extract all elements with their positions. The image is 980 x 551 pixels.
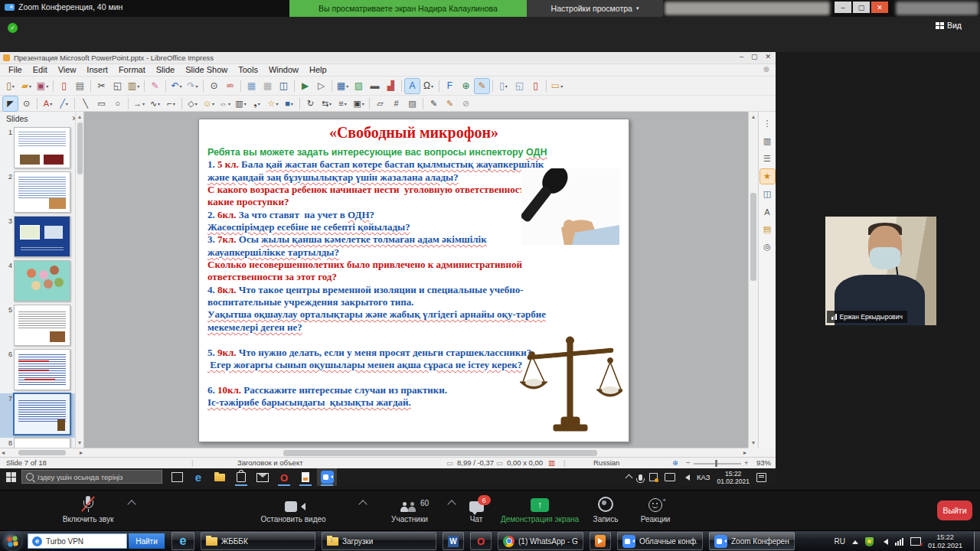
- menu-file[interactable]: File: [3, 65, 28, 74]
- menu-insert[interactable]: Insert: [81, 65, 113, 74]
- insert-line-icon[interactable]: ╲: [78, 96, 93, 111]
- undo-icon[interactable]: ↶▾: [169, 79, 184, 93]
- properties-icon[interactable]: ▥: [760, 134, 775, 148]
- scrollbar-thumb[interactable]: [77, 122, 83, 174]
- export-pdf-icon[interactable]: ▯: [57, 79, 71, 93]
- tray-volume-icon[interactable]: [682, 474, 690, 481]
- turbo-vpn-search[interactable]: e Turbo VPN: [28, 533, 127, 549]
- insert-image-icon[interactable]: ▨: [351, 79, 366, 93]
- master-slides-icon[interactable]: ◫: [760, 187, 775, 201]
- store-icon[interactable]: [231, 468, 251, 486]
- zoom-slider[interactable]: [694, 463, 741, 465]
- copy-icon[interactable]: ◱: [110, 79, 125, 93]
- panel-horizontal-scrollbar[interactable]: ◂▸: [0, 448, 84, 457]
- snap-guides-icon[interactable]: ▦: [260, 79, 275, 93]
- show-desktop-button[interactable]: [974, 532, 980, 551]
- media-player-button[interactable]: [590, 532, 611, 550]
- menu-slide[interactable]: Slide: [151, 65, 180, 74]
- sidebar-settings-icon[interactable]: ⋮: [760, 116, 775, 131]
- thumbnail-image[interactable]: [14, 305, 70, 346]
- tray-display-icon[interactable]: [665, 473, 675, 481]
- line-color-icon[interactable]: ╱▾: [57, 96, 71, 111]
- slide-thumbnail-6[interactable]: 6: [0, 349, 75, 393]
- zoom-out-control[interactable]: −: [686, 458, 691, 467]
- impress-taskbar-icon[interactable]: [296, 468, 315, 486]
- vertical-scrollbar[interactable]: ▴ ▾: [748, 112, 758, 448]
- 3d-objects-icon[interactable]: ■▾: [282, 96, 296, 111]
- paste-icon[interactable]: ▥▾: [126, 79, 141, 93]
- spelling-icon[interactable]: ab: [223, 79, 237, 93]
- impress-title-bar[interactable]: Презентация Microsoft PowerPoint.pptx - …: [0, 52, 776, 64]
- task-view-button[interactable]: [167, 468, 187, 486]
- speaker-video-tile[interactable]: Ержан Еркыдырович: [825, 217, 936, 325]
- glue-points-icon[interactable]: ✎: [443, 96, 457, 111]
- scrollbar-thumb[interactable]: [750, 193, 756, 281]
- impress-maximize-button[interactable]: ▢: [751, 53, 758, 60]
- unmute-button[interactable]: Включить звук: [46, 496, 130, 523]
- thumbnail-image[interactable]: [14, 127, 70, 168]
- reactions-button[interactable]: + Реакции: [613, 496, 697, 523]
- lines-arrows-icon[interactable]: →▾: [132, 96, 146, 111]
- slide[interactable]: «Свободный микрофон» Ребята вы можете за…: [198, 119, 629, 442]
- close-button[interactable]: ✕: [871, 2, 888, 13]
- save-icon[interactable]: ▣▾: [35, 79, 50, 93]
- styles-icon[interactable]: A: [760, 204, 775, 219]
- security-shield-icon[interactable]: ✓: [8, 23, 18, 33]
- slide-thumbnail-2[interactable]: 2: [0, 171, 75, 216]
- minimize-button[interactable]: –: [835, 2, 851, 13]
- animation-icon[interactable]: ★: [760, 169, 775, 184]
- internet-explorer-button[interactable]: e: [172, 532, 194, 550]
- slide-thumbnail-1[interactable]: 1: [0, 127, 75, 171]
- zoom-meeting-button[interactable]: Zoom Конферен...: [709, 532, 795, 550]
- host-clock[interactable]: 15:2201.02.2021: [928, 533, 962, 550]
- maximize-button[interactable]: ▢: [853, 2, 870, 13]
- scrollbar-thumb[interactable]: [18, 450, 66, 455]
- word-button[interactable]: W: [443, 532, 464, 550]
- menu-window[interactable]: Window: [263, 65, 304, 74]
- new-icon[interactable]: ▯▾: [3, 79, 18, 93]
- edit-points-icon[interactable]: ✎: [426, 96, 441, 111]
- to-curve-icon[interactable]: ⊘: [459, 96, 473, 111]
- thumbnail-image[interactable]: [13, 393, 71, 435]
- thumbnail-image[interactable]: [14, 349, 70, 390]
- open-icon[interactable]: ▰▾: [19, 79, 34, 93]
- display-views-icon[interactable]: ◫: [276, 79, 291, 93]
- flip-icon[interactable]: ⇆▾: [319, 96, 334, 111]
- basic-shapes-icon[interactable]: ◇▾: [185, 96, 200, 111]
- duplicate-slide-icon[interactable]: ◱: [512, 79, 527, 93]
- start-slideshow-icon[interactable]: ▶: [298, 79, 312, 93]
- shadow-icon[interactable]: ▱: [373, 96, 387, 111]
- table-icon[interactable]: ▦▾: [335, 79, 350, 93]
- stars-icon[interactable]: ☆▾: [266, 96, 280, 111]
- zoom-in-control[interactable]: +: [744, 458, 749, 467]
- curve-icon[interactable]: ∿▾: [148, 96, 162, 111]
- align-icon[interactable]: ≡▾: [335, 96, 350, 111]
- ellipse-icon[interactable]: ○: [110, 96, 125, 111]
- inner-language-indicator[interactable]: КАЗ: [697, 473, 710, 481]
- cut-icon[interactable]: ✂: [94, 79, 109, 93]
- thumbnail-image[interactable]: [14, 260, 70, 302]
- opera-icon[interactable]: [274, 468, 294, 486]
- horizontal-scrollbar[interactable]: ▸: [84, 448, 748, 457]
- action-center-icon[interactable]: [756, 473, 766, 482]
- fill-color-icon[interactable]: A▾: [41, 96, 55, 111]
- find-replace-icon[interactable]: ⊙: [207, 79, 221, 93]
- taskbar-folder-zhbbbk[interactable]: ЖБББК: [201, 532, 315, 550]
- slide-thumbnail-5[interactable]: 5: [0, 305, 75, 349]
- menu-edit[interactable]: Edit: [28, 65, 53, 74]
- print-icon[interactable]: ▤: [73, 79, 87, 93]
- opera-button[interactable]: [470, 532, 492, 550]
- slide-thumbnail-4[interactable]: 4: [0, 260, 75, 305]
- slide-transition-icon[interactable]: ☰: [760, 152, 775, 166]
- callouts-icon[interactable]: ❟▾: [250, 96, 264, 111]
- view-settings-dropdown[interactable]: Настройки просмотра▾: [527, 0, 663, 17]
- redo-icon[interactable]: ↷▾: [185, 79, 200, 93]
- show-draw-icon[interactable]: ✎: [475, 79, 489, 93]
- crop-icon[interactable]: #: [389, 96, 403, 111]
- block-arrows-icon[interactable]: ⇔▾: [217, 96, 232, 111]
- fit-slide-icon[interactable]: ⊕: [672, 458, 678, 467]
- windows-start-orb[interactable]: [3, 532, 22, 551]
- impress-minimize-button[interactable]: –: [740, 53, 743, 60]
- menu-slide-show[interactable]: Slide Show: [180, 65, 233, 74]
- select-icon[interactable]: ◤: [3, 96, 18, 111]
